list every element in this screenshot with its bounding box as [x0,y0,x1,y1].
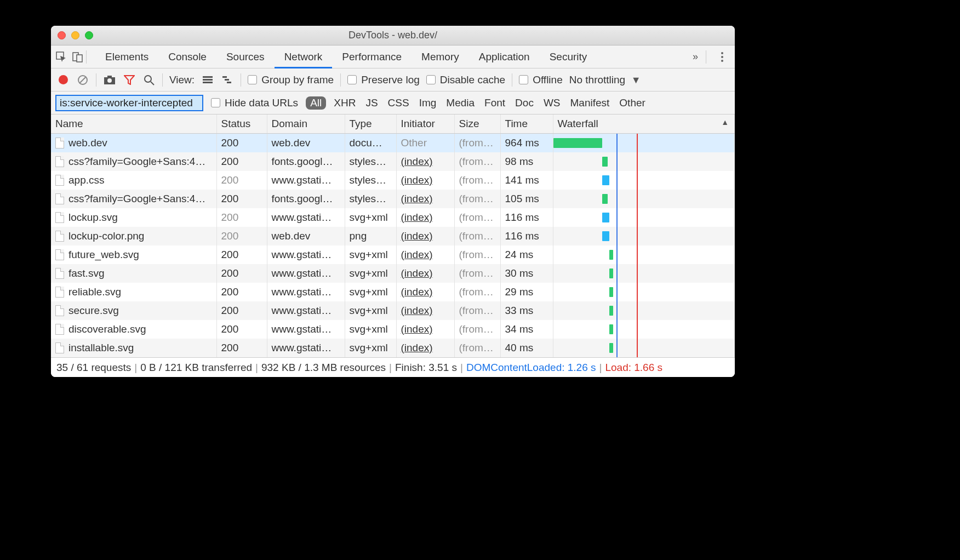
request-domain: fonts.googl… [267,190,345,208]
preserve-log-checkbox[interactable]: Preserve log [347,74,420,86]
request-time: 116 ms [500,208,553,227]
initiator-link[interactable]: (index) [401,286,433,298]
table-row[interactable]: fast.svg200www.gstati…svg+xml(index)(fro… [51,264,735,283]
waterfall-view-icon[interactable] [221,73,234,87]
filter-type-media[interactable]: Media [446,97,475,109]
filter-type-all[interactable]: All [306,96,326,110]
clear-button[interactable] [76,73,89,87]
table-header-row: Name Status Domain Type Initiator Size T… [51,115,735,134]
column-header-status[interactable]: Status [216,115,267,134]
initiator-link[interactable]: (index) [401,267,433,279]
column-header-size[interactable]: Size [454,115,500,134]
request-name: app.css [68,174,104,186]
tab-elements[interactable]: Elements [95,45,158,68]
tab-performance[interactable]: Performance [332,45,412,68]
filter-type-ws[interactable]: WS [544,97,561,109]
disable-cache-checkbox[interactable]: Disable cache [426,74,505,86]
request-name: lockup.svg [68,212,118,224]
request-size: (from … [454,190,500,208]
offline-checkbox[interactable]: Offline [519,74,563,86]
request-type: svg+xml [345,339,396,357]
waterfall-cell [553,152,735,171]
request-status: 200 [216,134,267,153]
svg-rect-9 [107,76,112,78]
record-button[interactable] [56,73,70,87]
tab-network[interactable]: Network [275,45,333,68]
filter-type-other[interactable]: Other [619,97,645,109]
request-size: (from … [454,264,500,283]
column-header-domain[interactable]: Domain [267,115,345,134]
tab-security[interactable]: Security [540,45,597,68]
initiator-link[interactable]: (index) [401,230,433,242]
initiator-link[interactable]: (index) [401,249,433,260]
table-row[interactable]: web.dev200web.devdocu…Other(from …964 ms [51,134,735,153]
tab-console[interactable]: Console [158,45,216,68]
waterfall-cell [553,134,735,153]
table-row[interactable]: secure.svg200www.gstati…svg+xml(index)(f… [51,301,735,320]
filter-icon[interactable] [123,73,136,87]
checkbox-icon [347,75,357,84]
inspect-element-icon[interactable] [53,49,70,65]
initiator-link[interactable]: (index) [401,156,433,167]
initiator-link[interactable]: (index) [401,342,433,353]
tab-application[interactable]: Application [469,45,540,68]
filter-type-xhr[interactable]: XHR [334,97,356,109]
filter-type-js[interactable]: JS [365,97,378,109]
filter-type-font[interactable]: Font [484,97,505,109]
filter-type-css[interactable]: CSS [388,97,409,109]
request-type: styles… [345,190,396,208]
initiator-link[interactable]: (index) [401,305,433,316]
table-row[interactable]: future_web.svg200www.gstati…svg+xml(inde… [51,245,735,264]
column-header-initiator[interactable]: Initiator [396,115,454,134]
request-domain: www.gstati… [267,301,345,320]
table-row[interactable]: lockup-color.png200web.devpng(index)(fro… [51,227,735,245]
svg-rect-2 [77,55,82,62]
device-toolbar-icon[interactable] [70,49,86,65]
overflow-tabs-button[interactable]: » [693,51,698,62]
filter-input[interactable] [55,95,203,111]
request-type: styles… [345,152,396,171]
request-name: reliable.svg [68,286,121,298]
request-time: 141 ms [500,171,553,190]
filter-type-doc[interactable]: Doc [515,97,534,109]
table-row[interactable]: reliable.svg200www.gstati…svg+xml(index)… [51,283,735,301]
throttling-select[interactable]: No throttling ▼ [569,74,641,86]
large-rows-icon[interactable] [201,73,214,87]
hide-data-urls-checkbox[interactable]: Hide data URLs [211,97,298,109]
request-initiator: (index) [396,283,454,301]
kebab-menu-icon[interactable] [714,49,730,65]
column-header-waterfall[interactable]: Waterfall [553,115,735,134]
table-row[interactable]: installable.svg200www.gstati…svg+xml(ind… [51,339,735,357]
file-icon [55,138,64,148]
network-statusbar: 35 / 61 requests | 0 B / 121 KB transfer… [51,357,735,377]
initiator-link[interactable]: (index) [401,174,433,186]
group-by-frame-checkbox[interactable]: Group by frame [248,74,334,86]
tab-sources[interactable]: Sources [216,45,275,68]
initiator-link[interactable]: (index) [401,193,433,204]
svg-rect-18 [227,82,231,83]
table-row[interactable]: lockup.svg200www.gstati…svg+xml(index)(f… [51,208,735,227]
initiator-link[interactable]: (index) [401,323,433,335]
table-row[interactable]: css?family=Google+Sans:4…200fonts.googl…… [51,152,735,171]
waterfall-cell [553,264,735,283]
request-status: 200 [216,264,267,283]
capture-screenshots-icon[interactable] [103,73,116,87]
table-row[interactable]: app.css200www.gstati…styles…(index)(from… [51,171,735,190]
column-header-type[interactable]: Type [345,115,396,134]
svg-line-12 [151,82,154,85]
column-header-time[interactable]: Time [500,115,553,134]
initiator-link[interactable]: (index) [401,212,433,223]
filter-type-manifest[interactable]: Manifest [570,97,610,109]
request-time: 964 ms [500,134,553,153]
filter-type-img[interactable]: Img [419,97,437,109]
separator [340,73,341,87]
table-row[interactable]: discoverable.svg200www.gstati…svg+xml(in… [51,320,735,339]
column-header-name[interactable]: Name [51,115,216,134]
table-row[interactable]: css?family=Google+Sans:4…200fonts.googl…… [51,190,735,208]
request-size: (from … [454,339,500,357]
devtools-tabbar: ElementsConsoleSourcesNetworkPerformance… [51,45,735,68]
separator [86,50,87,64]
search-icon[interactable] [142,73,156,87]
tab-memory[interactable]: Memory [412,45,469,68]
request-size: (from … [454,208,500,227]
